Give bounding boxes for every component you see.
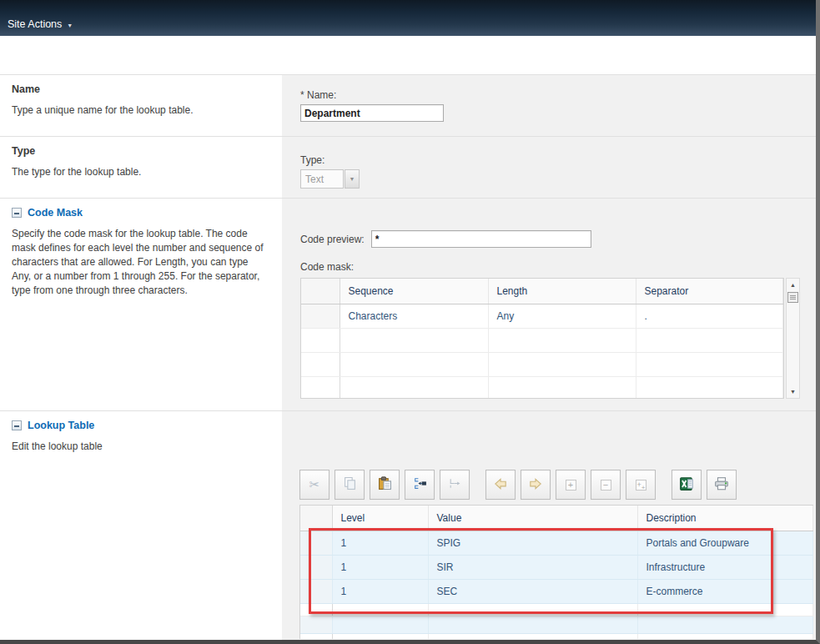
copy-icon: [343, 476, 357, 493]
column-header-description: Description: [637, 506, 813, 531]
copy-button[interactable]: [335, 470, 365, 500]
grid-cell[interactable]: [340, 328, 488, 352]
column-header-length: Length: [488, 279, 636, 304]
section-lookup-info: Lookup Table Edit the lookup table: [0, 411, 282, 640]
section-description: The type for the lookup table.: [12, 165, 267, 179]
code-mask-grid-row: Sequence Length Separator Characters Any…: [300, 278, 816, 399]
paste-icon: [378, 476, 392, 493]
insert-sibling-button[interactable]: [405, 470, 435, 500]
collapse-icon: −: [601, 480, 611, 491]
scrollbar-thumb[interactable]: [787, 292, 798, 303]
expand-icon: +: [566, 480, 576, 491]
section-name-info: Name Type a unique name for the lookup t…: [0, 75, 282, 136]
header-row: Level Value Description: [300, 506, 813, 531]
name-field-label: * Name:: [300, 89, 816, 101]
row-selector[interactable]: [301, 328, 340, 352]
scroll-up-icon[interactable]: ▲: [787, 279, 799, 291]
section-name-fields: * Name:: [282, 75, 816, 136]
type-field-label: Type:: [300, 154, 816, 166]
grid-cell[interactable]: [488, 328, 636, 352]
expand-button[interactable]: +: [556, 470, 586, 500]
type-select[interactable]: Text ▼: [300, 169, 360, 189]
collapse-section-icon[interactable]: [12, 420, 22, 430]
section-title: Code Mask: [28, 207, 83, 219]
column-header-separator: Separator: [636, 279, 783, 304]
column-header-sequence: Sequence: [340, 279, 488, 304]
grid-cell[interactable]: [636, 328, 783, 352]
section-name: Name Type a unique name for the lookup t…: [0, 74, 816, 136]
empty-row: [301, 376, 783, 399]
grid-cell[interactable]: [488, 352, 636, 376]
grid-cell[interactable]: [637, 633, 813, 639]
grid-cell[interactable]: [636, 376, 783, 399]
print-icon: [714, 476, 729, 494]
site-actions-menu[interactable]: Site Actions ▼: [8, 18, 73, 30]
move-right-button[interactable]: [521, 470, 551, 500]
code-preview-label: Code preview:: [300, 234, 365, 245]
section-title-row: Lookup Table: [12, 420, 267, 431]
cut-button[interactable]: ✂: [299, 470, 330, 500]
collapse-section-icon[interactable]: [12, 208, 22, 218]
section-code-mask: Code Mask Specify the code mask for the …: [0, 198, 816, 410]
expand-all-icon: + +: [636, 480, 646, 491]
column-header-value: Value: [428, 506, 637, 531]
section-title-row: Code Mask: [12, 207, 267, 219]
scroll-down-icon[interactable]: ▼: [787, 385, 799, 398]
site-actions-label: Site Actions: [8, 18, 62, 30]
code-preview-row: Code preview:: [300, 230, 816, 248]
export-excel-button[interactable]: [672, 470, 702, 500]
code-mask-grid: Sequence Length Separator Characters Any…: [300, 278, 784, 399]
vertical-scrollbar[interactable]: ▲ ▼: [786, 278, 800, 399]
section-description: Edit the lookup table: [12, 440, 267, 454]
code-preview-input[interactable]: [371, 230, 591, 248]
section-type: Type The type for the lookup table. Type…: [0, 136, 816, 198]
section-title: Name: [12, 83, 267, 95]
section-description: Type a unique name for the lookup table.: [12, 103, 267, 118]
move-left-icon: [493, 476, 508, 494]
empty-row: [300, 633, 813, 639]
grid-cell[interactable]: [332, 616, 428, 633]
code-mask-table: Sequence Length Separator Characters Any…: [301, 279, 783, 399]
grid-cell[interactable]: [428, 633, 637, 639]
column-header-level: Level: [332, 506, 428, 531]
grid-cell[interactable]: [636, 352, 783, 376]
row-selector-header: [300, 506, 332, 531]
section-title: Lookup Table: [28, 420, 94, 431]
row-selector[interactable]: [300, 633, 332, 639]
paste-button[interactable]: [370, 470, 400, 500]
grid-cell[interactable]: [428, 616, 637, 633]
row-selector[interactable]: [300, 616, 332, 633]
collapse-button[interactable]: −: [591, 470, 621, 500]
header-spacer: [0, 36, 816, 74]
grid-cell[interactable]: [488, 376, 636, 399]
dropdown-arrow-icon[interactable]: ▼: [345, 169, 360, 189]
section-title: Type: [12, 145, 267, 157]
grid-cell[interactable]: [637, 616, 813, 633]
export-excel-icon: [679, 476, 694, 494]
move-left-button[interactable]: [485, 470, 516, 500]
grid-cell[interactable]: [340, 352, 488, 376]
row-selector[interactable]: [301, 352, 340, 376]
grid-cell[interactable]: [340, 376, 488, 399]
lookup-toolbar: ✂: [299, 470, 816, 500]
empty-row: [301, 352, 783, 376]
move-right-icon: [528, 476, 543, 494]
print-button[interactable]: [707, 470, 737, 500]
section-type-fields: Type: Text ▼: [282, 137, 816, 198]
insert-sibling-icon: [413, 476, 427, 493]
section-code-mask-info: Code Mask Specify the code mask for the …: [0, 199, 282, 410]
cell-length[interactable]: Any: [488, 304, 636, 328]
grid-cell[interactable]: [332, 633, 428, 639]
expand-all-button[interactable]: + +: [626, 470, 656, 500]
insert-child-button[interactable]: [440, 470, 470, 500]
header-row: Sequence Length Separator: [301, 279, 783, 304]
row-selector[interactable]: [301, 304, 340, 328]
cut-icon: ✂: [309, 477, 320, 492]
empty-row: [301, 328, 783, 352]
cell-sequence[interactable]: Characters: [340, 304, 488, 328]
cell-separator[interactable]: .: [636, 304, 783, 328]
section-description: Specify the code mask for the lookup tab…: [12, 227, 267, 298]
name-input[interactable]: [300, 104, 444, 122]
row-selector[interactable]: [301, 376, 340, 399]
top-bar: Site Actions ▼: [0, 0, 816, 36]
